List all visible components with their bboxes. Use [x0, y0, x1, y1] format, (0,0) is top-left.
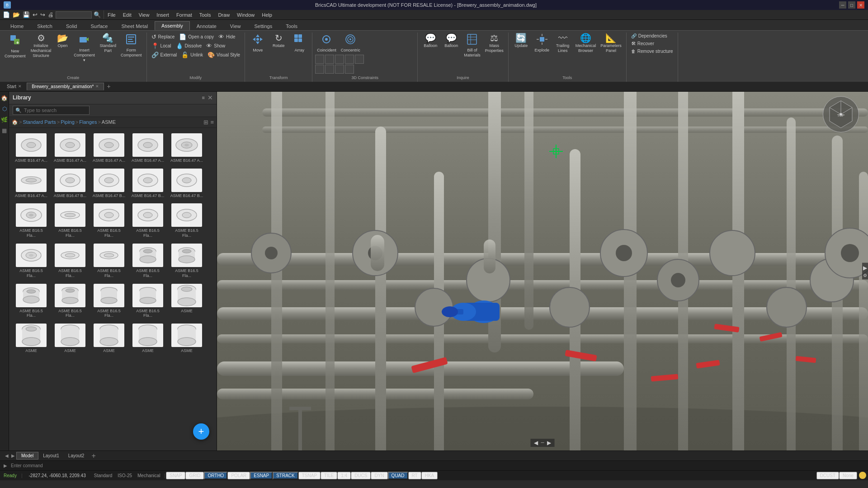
- viewport-settings-button[interactable]: ⚙: [863, 272, 867, 277]
- new-component-button[interactable]: + NewComponent: [3, 33, 28, 60]
- menu-file[interactable]: File: [104, 11, 119, 19]
- move-button[interactable]: Move: [248, 33, 268, 54]
- tile-toggle[interactable]: TILE: [321, 472, 337, 479]
- list-item[interactable]: ASME B16.5 Fla...: [90, 242, 127, 280]
- notification-icon[interactable]: [859, 472, 866, 479]
- list-item[interactable]: ASME B16.47 B...: [90, 167, 127, 200]
- doc-tab-brewery-close[interactable]: ✕: [95, 84, 99, 89]
- redo-icon[interactable]: ↪: [39, 10, 46, 19]
- bill-of-materials-button[interactable]: Bill ofMaterials: [462, 33, 482, 59]
- ducs-toggle[interactable]: DUCS: [351, 472, 371, 479]
- doc-tab-start[interactable]: Start ✕: [2, 83, 27, 90]
- rotate-button[interactable]: ↻ Rotate: [269, 33, 288, 49]
- tab-sketch[interactable]: Sketch: [30, 22, 59, 30]
- list-item[interactable]: ASME B16.47 B...: [168, 167, 205, 200]
- breadcrumb-piping[interactable]: Piping: [61, 119, 75, 125]
- status-none-button[interactable]: None: [839, 472, 857, 479]
- sidebar-home-icon[interactable]: 🏠: [0, 94, 9, 103]
- undo-icon[interactable]: ↩: [32, 10, 38, 19]
- list-item[interactable]: ASME: [168, 282, 205, 320]
- snap-toggle[interactable]: SNAP: [166, 472, 185, 479]
- list-item[interactable]: ASME B16.47 B...: [52, 167, 89, 200]
- list-item[interactable]: ASME B16.5 Fla...: [52, 242, 89, 280]
- mass-properties-button[interactable]: ⚖ MassProperties: [483, 33, 505, 54]
- viewport[interactable]: TOP ▶ ⚙ ◀ ─ ▶: [217, 92, 868, 450]
- search-input[interactable]: [13, 106, 90, 115]
- hide-button[interactable]: 👁 Hide: [217, 33, 237, 41]
- tab-home[interactable]: Home: [4, 22, 30, 30]
- show-button[interactable]: 👁 Show: [204, 42, 227, 50]
- doc-tab-start-close[interactable]: ✕: [18, 84, 22, 89]
- maximize-button[interactable]: □: [848, 1, 855, 9]
- hka-toggle[interactable]: HKA: [421, 472, 438, 479]
- menu-edit[interactable]: Edit: [119, 11, 135, 19]
- menu-help[interactable]: Help: [258, 11, 276, 19]
- form-component-button[interactable]: FormComponent: [119, 33, 144, 59]
- constraint-btn-5[interactable]: [355, 55, 364, 64]
- list-view-button[interactable]: ≡: [210, 119, 214, 126]
- model-tab-model[interactable]: Model: [16, 452, 38, 460]
- scroll-right-button[interactable]: ▶: [547, 440, 551, 446]
- array-button[interactable]: Array: [289, 33, 309, 54]
- trailing-lines-button[interactable]: 〰 TrailingLines: [553, 33, 573, 54]
- tab-view[interactable]: View: [223, 22, 248, 30]
- dependencies-button[interactable]: 🔗 Dependencies: [629, 33, 669, 39]
- list-item[interactable]: ASME B16.5 Fla...: [90, 202, 127, 240]
- new-file-icon[interactable]: 📄: [2, 10, 11, 19]
- command-input-quick[interactable]: [56, 11, 92, 19]
- coincident-button[interactable]: Coincident: [315, 33, 338, 54]
- tab-scroll-left[interactable]: ◀: [4, 453, 10, 458]
- viewport-zoom-in-button[interactable]: ▶: [863, 264, 867, 271]
- list-item[interactable]: ASME B16.47 A...: [129, 131, 166, 165]
- strack-toggle[interactable]: STRACK: [273, 472, 298, 479]
- concentric-button[interactable]: Concentric: [339, 33, 362, 54]
- list-item[interactable]: ASME B16.5 Fla...: [129, 242, 166, 280]
- list-item[interactable]: ASME B16.47 A...: [13, 167, 50, 200]
- replace-button[interactable]: ↺ Replace: [150, 33, 177, 41]
- balloon-button[interactable]: 💬 Balloon: [420, 33, 440, 49]
- command-input[interactable]: [45, 463, 864, 468]
- add-layout-button[interactable]: +: [89, 452, 98, 460]
- list-item[interactable]: ASME B16.47 B...: [129, 167, 166, 200]
- open-file-icon[interactable]: 📂: [12, 10, 21, 19]
- tab-annotate[interactable]: Annotate: [190, 22, 223, 30]
- tsnap-toggle[interactable]: TSNAP: [298, 472, 321, 479]
- update-button[interactable]: 🔄 Update: [511, 33, 531, 49]
- constraint-btn-3[interactable]: [335, 55, 344, 64]
- breadcrumb-home[interactable]: 🏠: [12, 119, 18, 125]
- parameters-panel-button[interactable]: 📐 ParametersPanel: [599, 33, 623, 54]
- list-item[interactable]: ASME B16.5 Fla...: [168, 202, 205, 240]
- visual-style-button[interactable]: 🎨 Visual Style: [206, 51, 242, 59]
- quad-toggle[interactable]: QUAD: [388, 472, 408, 479]
- rt-toggle[interactable]: RT: [408, 472, 421, 479]
- constraint-btn-4[interactable]: [345, 55, 354, 64]
- constraint-btn-6[interactable]: [315, 65, 324, 74]
- minimize-button[interactable]: ─: [839, 1, 846, 9]
- constraint-btn-2[interactable]: [325, 55, 334, 64]
- unlink-button[interactable]: 🔓 Unlink: [179, 51, 205, 59]
- mechanical-browser-button[interactable]: 🌐 MechanicalBrowser: [574, 33, 598, 54]
- external-button[interactable]: 🔗 External: [150, 51, 179, 59]
- status-settings-button[interactable]: DCUST: [816, 472, 839, 479]
- grid-view-button[interactable]: ⊞: [203, 119, 208, 126]
- list-item[interactable]: ASME B16.5 Fla...: [13, 242, 50, 280]
- menu-format[interactable]: Format: [173, 11, 196, 19]
- balloon-all-button[interactable]: 💬 Balloon: [441, 33, 461, 49]
- dissolve-button[interactable]: 💧 Dissolve: [174, 42, 204, 50]
- list-item[interactable]: ASME B16.47 A...: [90, 131, 127, 165]
- library-close-button[interactable]: ✕: [208, 94, 213, 101]
- explode-button[interactable]: Explode: [532, 33, 552, 54]
- menu-tools[interactable]: Tools: [196, 11, 215, 19]
- model-tab-layout2[interactable]: Layout2: [64, 452, 89, 459]
- list-item[interactable]: ASME B16.5 Fla...: [90, 282, 127, 320]
- menu-window[interactable]: Window: [233, 11, 258, 19]
- constraint-btn-8[interactable]: [335, 65, 344, 74]
- list-item[interactable]: ASME B16.5 Fla...: [13, 202, 50, 240]
- constraint-btn-7[interactable]: [325, 65, 334, 74]
- list-item[interactable]: ASME: [90, 322, 127, 355]
- list-item[interactable]: ASME: [52, 322, 89, 355]
- list-item[interactable]: ASME B16.47 A...: [13, 131, 50, 165]
- sidebar-grid-icon[interactable]: ▦: [0, 126, 8, 135]
- tab-settings[interactable]: Settings: [247, 22, 279, 30]
- sidebar-library-icon[interactable]: ⬡: [1, 104, 8, 113]
